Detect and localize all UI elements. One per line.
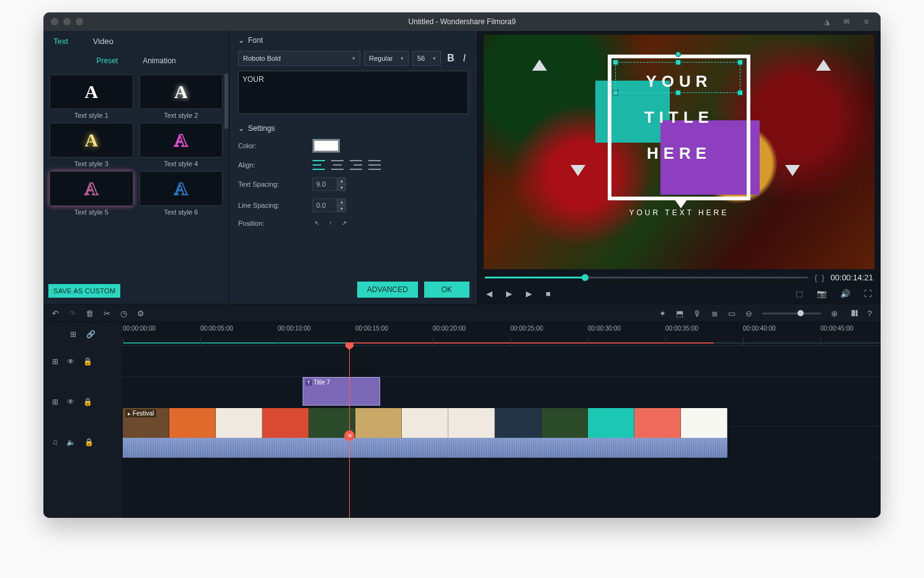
font-size-select[interactable]: 56▾ xyxy=(412,51,441,66)
ok-button[interactable]: OK xyxy=(424,282,469,298)
minimize-window-icon[interactable] xyxy=(63,18,71,25)
play-button[interactable]: ▶ xyxy=(506,289,512,298)
resize-handle[interactable] xyxy=(613,90,618,96)
preset-item[interactable]: AText style 2 xyxy=(140,74,223,119)
voiceover-icon[interactable]: 🎙 xyxy=(693,309,701,318)
rotate-handle[interactable] xyxy=(675,51,681,57)
resize-handle[interactable] xyxy=(675,90,681,96)
resize-handle[interactable] xyxy=(737,60,743,65)
ruler-label: 00:00:10:00 xyxy=(278,325,311,332)
loop-brackets-icon[interactable]: { } xyxy=(814,273,824,282)
delete-icon[interactable]: 🗑 xyxy=(86,309,94,318)
preset-item[interactable]: AText style 6 xyxy=(140,171,223,216)
text-presets-panel: Text Video Preset Animation AText style … xyxy=(43,31,229,304)
align-right-button[interactable] xyxy=(350,160,362,170)
adjust-icon[interactable]: ⚙ xyxy=(137,309,144,318)
bold-button[interactable]: B xyxy=(445,53,457,64)
app-window: Untitled - Wondershare Filmora9 ◮ ✉ ≡ Te… xyxy=(43,12,881,518)
resize-handle[interactable] xyxy=(613,60,618,65)
font-family-select[interactable]: Roboto Bold▾ xyxy=(238,51,360,66)
zoom-fit-icon[interactable] xyxy=(851,310,858,316)
pos-t-button[interactable]: ↑ xyxy=(326,220,335,227)
zoom-slider[interactable] xyxy=(762,313,821,314)
stop-button[interactable]: ■ xyxy=(546,289,551,298)
save-as-custom-button[interactable]: SAVE AS CUSTOM xyxy=(48,284,120,298)
marker-icon xyxy=(785,165,800,176)
settings-section-header[interactable]: ⌄Settings xyxy=(238,124,468,133)
redo-icon[interactable]: ↷ xyxy=(69,309,76,318)
subtitle-text[interactable]: YOUR TEXT HERE xyxy=(608,208,750,217)
next-frame-button[interactable]: ▶ xyxy=(526,289,532,298)
scrubber-knob[interactable] xyxy=(582,274,589,281)
zoom-out-icon[interactable]: ⊖ xyxy=(745,309,752,318)
help-icon[interactable]: ? xyxy=(868,309,872,318)
timeline-tracks[interactable]: 00:00:00:0000:00:05:0000:00:10:0000:00:1… xyxy=(123,322,881,518)
speed-icon[interactable]: ◷ xyxy=(120,309,127,318)
title-clip[interactable]: TTitle 7 xyxy=(303,377,380,406)
link-icon[interactable]: 🔗 xyxy=(86,330,96,339)
tab-video[interactable]: Video xyxy=(93,37,113,46)
text-selection-box[interactable] xyxy=(615,62,740,93)
line-spacing-stepper[interactable]: 0.0▲▼ xyxy=(313,198,468,212)
preset-item[interactable]: AText style 5 xyxy=(50,171,133,216)
fullscreen-icon[interactable]: ⛶ xyxy=(864,289,872,298)
video-clip[interactable] xyxy=(123,408,727,458)
account-icon[interactable]: ◮ xyxy=(822,17,831,26)
text-content-input[interactable]: YOUR xyxy=(238,71,468,114)
preset-item[interactable]: AText style 4 xyxy=(140,123,223,167)
pos-tl-button[interactable]: ↖ xyxy=(313,220,321,227)
preview-canvas[interactable]: YOUR TITLE HERE YOUR TEXT HERE xyxy=(484,35,874,269)
step-down-icon[interactable]: ▼ xyxy=(337,184,346,191)
subtab-preset[interactable]: Preset xyxy=(96,56,118,65)
crop-icon[interactable]: ▭ xyxy=(728,309,735,318)
step-up-icon[interactable]: ▲ xyxy=(337,177,346,184)
text-spacing-stepper[interactable]: 9.0▲▼ xyxy=(313,177,468,191)
preset-item[interactable]: AText style 1 xyxy=(50,74,133,119)
preset-item[interactable]: AText style 3 xyxy=(50,123,133,167)
split-icon[interactable]: ✂ xyxy=(104,309,110,318)
maximize-window-icon[interactable] xyxy=(76,18,83,25)
undo-icon[interactable]: ↶ xyxy=(52,309,59,318)
time-ruler[interactable]: 00:00:00:0000:00:05:0000:00:10:0000:00:1… xyxy=(123,322,881,346)
font-weight-select[interactable]: Regular▾ xyxy=(364,51,409,66)
callout-pointer-icon xyxy=(675,200,687,208)
message-icon[interactable]: ✉ xyxy=(842,17,851,26)
preset-scrollbar[interactable] xyxy=(224,73,228,129)
step-down-icon[interactable]: ▼ xyxy=(337,205,346,212)
zoom-in-icon[interactable]: ⊕ xyxy=(831,309,838,318)
render-icon[interactable]: ✦ xyxy=(659,309,666,318)
lock-icon[interactable]: 🔒 xyxy=(83,398,92,406)
clip-thumbnails xyxy=(123,408,727,438)
eye-icon[interactable]: 👁 xyxy=(67,357,74,366)
playhead[interactable]: ✕ xyxy=(349,346,350,518)
marker-icon[interactable]: ⬒ xyxy=(676,309,683,318)
subtab-animation[interactable]: Animation xyxy=(143,56,175,65)
quality-icon[interactable]: ⬚ xyxy=(796,289,803,298)
volume-icon[interactable]: 🔊 xyxy=(840,289,850,298)
menu-icon[interactable]: ≡ xyxy=(862,17,871,26)
tab-text[interactable]: Text xyxy=(53,37,68,46)
italic-button[interactable]: I xyxy=(461,53,468,64)
prev-frame-button[interactable]: ◀ xyxy=(486,289,492,298)
font-section-header[interactable]: ⌄Font xyxy=(238,36,468,45)
lock-icon[interactable]: 🔒 xyxy=(83,357,92,366)
eye-icon[interactable]: 👁 xyxy=(67,398,74,406)
step-up-icon[interactable]: ▲ xyxy=(337,198,346,205)
snapshot-icon[interactable]: 📷 xyxy=(817,289,827,298)
preview-scrubber[interactable]: { } 00:00:14:21 xyxy=(485,272,873,283)
align-left-button[interactable] xyxy=(313,160,325,170)
lock-icon[interactable]: 🔒 xyxy=(84,438,94,447)
playback-controls: ◀ ▶ ▶ ■ ⬚ 📷 🔊 ⛶ xyxy=(478,283,881,304)
pos-tr-button[interactable]: ↗ xyxy=(340,220,349,227)
close-window-icon[interactable] xyxy=(51,18,58,25)
add-track-icon[interactable]: ⊞ xyxy=(70,330,76,339)
speaker-icon[interactable]: 🔈 xyxy=(66,438,76,447)
align-justify-button[interactable] xyxy=(368,160,381,170)
resize-handle[interactable] xyxy=(737,90,743,96)
mixer-icon[interactable]: ≣ xyxy=(711,309,718,318)
color-swatch[interactable] xyxy=(313,139,340,153)
align-center-button[interactable] xyxy=(331,160,344,170)
advanced-button[interactable]: ADVANCED xyxy=(357,282,418,298)
ruler-label: 00:00:00:00 xyxy=(123,325,156,332)
resize-handle[interactable] xyxy=(675,60,681,65)
